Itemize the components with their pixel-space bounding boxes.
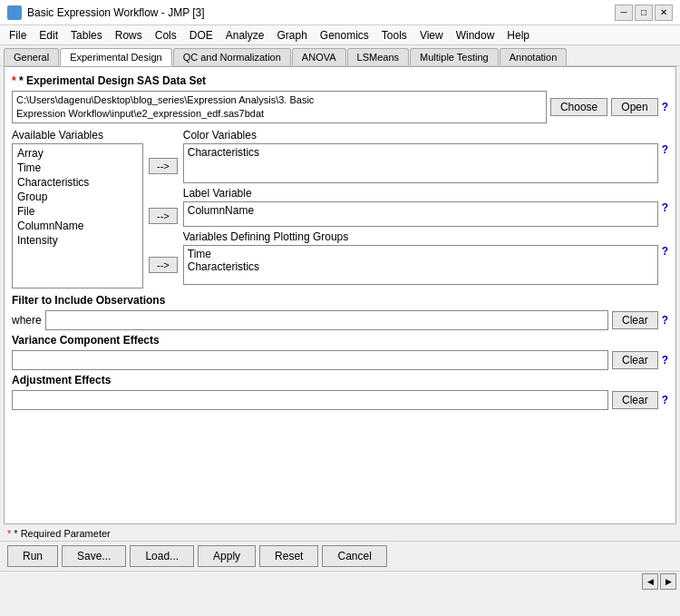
filter-section: Filter to Include Observations where Cle… <box>12 294 668 330</box>
color-vars-inner: Color Variables Characteristics ? <box>183 129 668 183</box>
adjustment-input[interactable] <box>12 390 608 410</box>
menu-graph[interactable]: Graph <box>271 28 312 43</box>
required-star: * <box>12 74 16 87</box>
available-vars-label: Available Variables <box>12 129 143 142</box>
menu-bar: File Edit Tables Rows Cols DOE Analyze G… <box>0 25 680 45</box>
open-button[interactable]: Open <box>611 98 657 116</box>
app-icon <box>7 5 22 20</box>
var-file[interactable]: File <box>15 204 141 219</box>
arrow-plotting-btn[interactable]: --> <box>149 257 178 273</box>
required-note: * * Required Parameter <box>7 528 673 539</box>
menu-view[interactable]: View <box>414 28 449 43</box>
plotting-group-time: Time <box>188 248 654 260</box>
menu-tools[interactable]: Tools <box>376 28 413 43</box>
tab-multiple-testing[interactable]: Multiple Testing <box>410 48 499 65</box>
variance-title: Variance Component Effects <box>12 334 668 347</box>
choose-button[interactable]: Choose <box>550 98 607 116</box>
window-title: Basic Expression Workflow - JMP [3] <box>27 6 609 19</box>
label-var-container: Label Variable ColumnName ? <box>183 187 668 227</box>
plotting-groups-label: Variables Defining Plotting Groups <box>183 230 668 243</box>
help-link-3[interactable]: ? <box>662 201 668 214</box>
available-vars-panel[interactable]: Array Time Characteristics Group File Co… <box>12 143 143 288</box>
plotting-groups-box[interactable]: Time Characteristics <box>183 245 658 285</box>
minimize-button[interactable]: ─ <box>615 5 633 21</box>
save-button[interactable]: Save... <box>62 545 126 567</box>
maximize-button[interactable]: □ <box>635 5 653 21</box>
scroll-bar-area: ◀ ▶ <box>0 571 680 592</box>
adjustment-section: Adjustment Effects Clear ? <box>12 374 668 410</box>
adjustment-title: Adjustment Effects <box>12 374 668 386</box>
color-vars-row: Color Variables Characteristics ? <box>183 129 668 183</box>
window-controls[interactable]: ─ □ ✕ <box>615 5 673 21</box>
var-intensity[interactable]: Intensity <box>15 233 141 248</box>
var-characteristics[interactable]: Characteristics <box>15 175 141 190</box>
reset-button[interactable]: Reset <box>259 545 318 567</box>
action-bar: Run Save... Load... Apply Reset Cancel <box>0 541 680 571</box>
variance-input[interactable] <box>12 350 608 370</box>
help-link-2[interactable]: ? <box>662 143 668 156</box>
clear-filter-button[interactable]: Clear <box>612 311 658 329</box>
adjustment-row: Clear ? <box>12 390 668 410</box>
arrows-panel: --> --> --> <box>143 143 183 288</box>
color-vars-value: Characteristics <box>188 146 654 159</box>
label-var-value: ColumnName <box>188 204 654 217</box>
tab-lsmeans[interactable]: LSMeans <box>347 48 409 65</box>
var-columnname[interactable]: ColumnName <box>15 219 141 233</box>
where-label: where <box>12 314 42 327</box>
menu-file[interactable]: File <box>4 28 32 43</box>
var-time[interactable]: Time <box>15 161 141 175</box>
menu-window[interactable]: Window <box>451 28 500 43</box>
label-var-label: Label Variable <box>183 187 668 200</box>
title-bar: Basic Expression Workflow - JMP [3] ─ □ … <box>0 0 680 25</box>
right-panels: Color Variables Characteristics ? Label … <box>183 129 668 288</box>
main-content: * * Experimental Design SAS Data Set C:\… <box>4 66 676 524</box>
menu-analyze[interactable]: Analyze <box>220 28 270 43</box>
color-vars-box[interactable]: Characteristics <box>183 143 658 183</box>
load-button[interactable]: Load... <box>130 545 194 567</box>
tab-bar: General Experimental Design QC and Norma… <box>0 45 680 66</box>
menu-edit[interactable]: Edit <box>34 28 63 43</box>
tab-general[interactable]: General <box>4 48 59 65</box>
sas-dataset-title: * * Experimental Design SAS Data Set <box>12 74 668 87</box>
help-link-5[interactable]: ? <box>662 314 668 327</box>
help-link-1[interactable]: ? <box>662 101 668 113</box>
where-input[interactable] <box>45 310 608 330</box>
arrow-color-btn[interactable]: --> <box>149 158 178 174</box>
tab-anova[interactable]: ANOVA <box>292 48 346 65</box>
arrow-label-btn[interactable]: --> <box>149 208 178 224</box>
label-var-box[interactable]: ColumnName <box>183 201 658 227</box>
variance-row: Clear ? <box>12 350 668 370</box>
cancel-button[interactable]: Cancel <box>322 545 386 567</box>
menu-cols[interactable]: Cols <box>150 28 182 43</box>
run-button[interactable]: Run <box>7 545 58 567</box>
menu-help[interactable]: Help <box>501 28 535 43</box>
filter-title: Filter to Include Observations <box>12 294 668 307</box>
clear-variance-button[interactable]: Clear <box>612 351 658 369</box>
apply-button[interactable]: Apply <box>198 545 256 567</box>
menu-tables[interactable]: Tables <box>65 28 108 43</box>
close-button[interactable]: ✕ <box>655 5 673 21</box>
menu-rows[interactable]: Rows <box>110 28 148 43</box>
menu-genomics[interactable]: Genomics <box>315 28 374 43</box>
menu-doe[interactable]: DOE <box>184 28 219 43</box>
help-link-6[interactable]: ? <box>662 354 668 367</box>
color-vars-container: Color Variables Characteristics ? <box>183 129 668 183</box>
tab-experimental-design[interactable]: Experimental Design <box>60 48 172 66</box>
filter-row: where Clear ? <box>12 310 668 330</box>
file-path-row: C:\Users\dagenu\Desktop\blog_series\Expr… <box>12 91 668 123</box>
plotting-group-characteristics: Characteristics <box>188 260 654 273</box>
var-group[interactable]: Group <box>15 190 141 204</box>
variables-section: Available Variables Array Time Character… <box>12 129 668 288</box>
help-link-7[interactable]: ? <box>662 394 668 406</box>
clear-adjustment-button[interactable]: Clear <box>612 391 658 409</box>
scroll-right-button[interactable]: ▶ <box>660 573 676 590</box>
tab-qc-normalization[interactable]: QC and Normalization <box>173 48 291 65</box>
help-link-4[interactable]: ? <box>662 245 668 258</box>
available-vars-container: Available Variables Array Time Character… <box>12 129 143 288</box>
file-path-display: C:\Users\dagenu\Desktop\blog_series\Expr… <box>12 91 547 123</box>
tab-annotation[interactable]: Annotation <box>500 48 568 65</box>
variance-section: Variance Component Effects Clear ? <box>12 334 668 370</box>
color-vars-label: Color Variables <box>183 129 668 142</box>
var-array[interactable]: Array <box>15 146 141 161</box>
scroll-left-button[interactable]: ◀ <box>642 573 658 590</box>
